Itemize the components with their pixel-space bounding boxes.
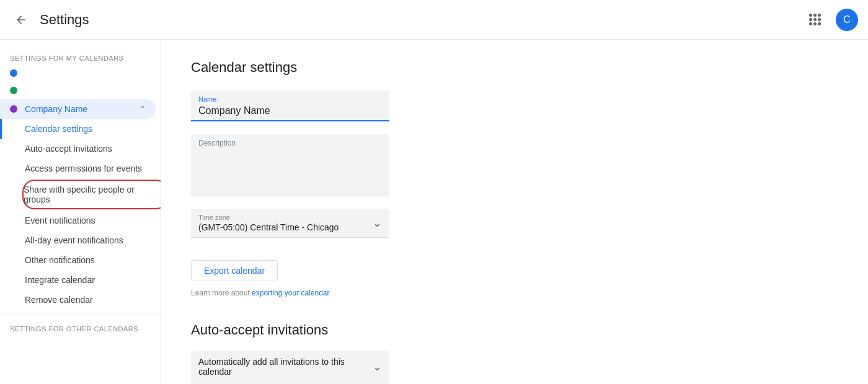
auto-accept-value: Automatically add all invitations to thi… (198, 357, 368, 377)
header-right: C (804, 9, 858, 31)
name-input-wrapper: Name (191, 90, 389, 120)
sidebar-item-other-notifications[interactable]: Other notifications (25, 250, 161, 270)
apps-icon[interactable] (804, 9, 826, 31)
export-learn-more-link[interactable]: exporting your calendar (252, 289, 329, 297)
name-underline (191, 120, 389, 121)
auto-accept-select-group: Automatically add all invitations to thi… (191, 351, 838, 383)
sidebar-item-cal2[interactable] (0, 82, 161, 99)
timezone-field-group: Time zone (GMT-05:00) Central Time - Chi… (191, 209, 838, 238)
auto-accept-title: Auto-accept invitations (191, 322, 838, 338)
back-button[interactable] (10, 9, 32, 31)
sidebar-item-remove-calendar[interactable]: Remove calendar (25, 290, 161, 310)
page-title: Settings (40, 12, 89, 28)
company-dot (10, 105, 17, 113)
sidebar-item-calendar-settings[interactable]: Calendar settings (25, 119, 161, 139)
learn-more-text: Learn more about exporting your calendar (191, 289, 838, 297)
avatar[interactable]: C (836, 9, 858, 31)
company-label: Company Name (25, 104, 132, 114)
cal1-dot (10, 69, 17, 77)
sidebar-item-event-notifications[interactable]: Event notifications (25, 211, 161, 230)
header-left: Settings (10, 9, 89, 31)
other-calendars-title: Settings for other calendars (0, 320, 161, 335)
auto-accept-chevron-icon: ⌄ (373, 360, 382, 373)
description-wrapper: Description (191, 134, 389, 196)
sidebar-item-all-day-notifications[interactable]: All-day event notifications (25, 230, 161, 250)
cal2-dot (10, 87, 17, 94)
auto-accept-underline (191, 383, 389, 383)
calendar-settings-title: Calendar settings (191, 59, 838, 76)
main-content: Calendar settings Name Description Time … (161, 40, 868, 384)
timezone-label: Time zone (198, 214, 373, 221)
sidebar: Settings for my calendars Company Name ⌃… (0, 40, 161, 384)
sidebar-item-integrate-calendar[interactable]: Integrate calendar (25, 270, 161, 290)
auto-accept-select[interactable]: Automatically add all invitations to thi… (191, 351, 389, 383)
layout: Settings for my calendars Company Name ⌃… (0, 40, 868, 384)
description-underline (191, 196, 389, 196)
sidebar-item-company-name[interactable]: Company Name ⌃ (0, 99, 156, 119)
timezone-underline (191, 237, 389, 238)
sidebar-item-auto-accept[interactable]: Auto-accept invitations (25, 139, 161, 159)
description-label: Description (198, 139, 382, 147)
sidebar-item-cal1[interactable] (0, 64, 161, 82)
grid-dots-icon (809, 14, 821, 25)
timezone-select[interactable]: Time zone (GMT-05:00) Central Time - Chi… (191, 209, 389, 237)
top-header: Settings C (0, 0, 868, 40)
export-calendar-button[interactable]: Export calendar (191, 260, 278, 281)
timezone-value: (GMT-05:00) Central Time - Chicago (198, 222, 373, 232)
timezone-chevron-icon: ⌄ (373, 216, 382, 230)
sidebar-item-access-permissions[interactable]: Access permissions for events (25, 159, 161, 178)
description-input[interactable] (198, 150, 382, 187)
sidebar-divider (0, 315, 161, 315)
sidebar-sub-items: Calendar settings Auto-accept invitation… (0, 119, 161, 310)
name-field-group: Name (191, 90, 838, 121)
my-calendars-title: Settings for my calendars (0, 50, 161, 64)
name-label: Name (198, 95, 382, 103)
chevron-up-icon: ⌃ (140, 105, 146, 113)
description-field-group: Description (191, 134, 838, 196)
name-input[interactable] (198, 104, 382, 118)
sidebar-item-share-specific[interactable]: Share with specific people or groups (22, 180, 161, 209)
